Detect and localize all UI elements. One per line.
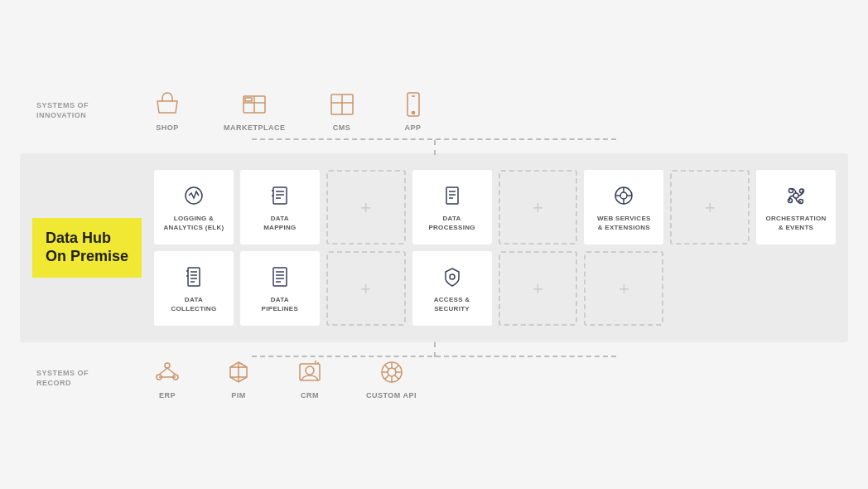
innovation-icons: SHOP MARKETPLACE — [152, 90, 428, 132]
data-collecting-card: DATACOLLECTING — [154, 251, 234, 326]
access-security-label: ACCESS &SECURITY — [434, 295, 470, 313]
data-collecting-icon — [182, 265, 205, 288]
data-mapping-icon — [268, 184, 292, 207]
plus-icon-2: + — [533, 197, 543, 219]
crm-item: CRM — [295, 357, 325, 399]
data-pipelines-card: DATAPIPELINES — [240, 251, 320, 326]
plus-icon-6: + — [619, 278, 629, 300]
svg-point-45 — [165, 363, 170, 368]
app-label: APP — [404, 123, 421, 132]
data-pipelines-icon — [268, 265, 292, 288]
svg-point-10 — [186, 187, 202, 204]
svg-point-27 — [793, 193, 798, 198]
systems-of-innovation: SYSTEMS OFINNOVATION SHOP — [20, 90, 848, 132]
data-processing-card: DATAPROCESSING — [412, 170, 492, 244]
cards-grid: LOGGING &ANALYTICS (ELK) DATAMAPPING — [154, 170, 836, 326]
orchestration-label: ORCHESTRATION& EVENTS — [766, 214, 827, 232]
svg-rect-11 — [273, 187, 287, 204]
erp-icon — [152, 357, 182, 387]
orchestration-icon — [784, 184, 808, 207]
svg-line-63 — [394, 366, 398, 370]
web-services-icon — [612, 184, 635, 207]
plus-icon-1: + — [360, 197, 371, 219]
plus-icon-5: + — [533, 278, 543, 300]
data-processing-label: DATAPROCESSING — [428, 214, 475, 232]
pim-icon — [224, 357, 253, 387]
record-icons: ERP PIM — [152, 357, 417, 399]
app-item: APP — [398, 90, 428, 132]
shop-label: SHOP — [156, 123, 179, 132]
erp-label: ERP — [159, 391, 176, 399]
crm-icon — [295, 357, 325, 387]
logging-label: LOGGING &ANALYTICS (ELK) — [163, 214, 224, 232]
svg-line-62 — [394, 375, 398, 380]
svg-rect-39 — [273, 268, 287, 286]
logging-icon — [182, 184, 205, 207]
marketplace-label: MARKETPLACE — [224, 123, 286, 132]
pim-label: PIM — [231, 391, 246, 399]
app-icon — [398, 90, 428, 119]
access-security-icon — [441, 265, 464, 288]
pim-item: PIM — [224, 357, 253, 399]
plus-card-4[interactable]: + — [326, 251, 406, 326]
custom-api-item: CUSTOM API — [366, 357, 417, 399]
orchestration-card: ORCHESTRATION& EVENTS — [756, 170, 836, 244]
data-mapping-card: DATAMAPPING — [240, 170, 320, 244]
hub-section: Data HubOn Premise LOGGING &ANALYTICS (E… — [20, 153, 848, 342]
cms-item: CMS — [327, 90, 357, 132]
erp-item: ERP — [152, 357, 182, 399]
data-pipelines-label: DATAPIPELINES — [262, 295, 299, 313]
svg-point-22 — [620, 192, 627, 199]
svg-line-64 — [384, 375, 388, 380]
plus-icon-3: + — [705, 197, 716, 219]
plus-card-2[interactable]: + — [499, 170, 578, 244]
data-processing-icon — [441, 184, 464, 207]
systems-record-label: SYSTEMS OFRECORD — [36, 369, 103, 388]
shop-item: SHOP — [152, 90, 182, 132]
plus-icon-4: + — [360, 278, 371, 300]
custom-api-label: CUSTOM API — [366, 391, 417, 399]
svg-point-9 — [412, 112, 414, 114]
crm-label: CRM — [301, 391, 319, 399]
marketplace-item: MARKETPLACE — [224, 90, 286, 132]
diagram: SYSTEMS OFINNOVATION SHOP — [20, 90, 848, 399]
svg-rect-17 — [446, 187, 458, 204]
cms-icon — [327, 90, 357, 119]
svg-point-28 — [789, 188, 793, 192]
logging-card: LOGGING &ANALYTICS (ELK) — [154, 170, 234, 244]
systems-of-record: SYSTEMS OFRECORD ERP — [20, 357, 848, 399]
svg-line-61 — [384, 366, 388, 370]
data-mapping-label: DATAMAPPING — [263, 214, 296, 232]
plus-card-6[interactable]: + — [584, 251, 663, 326]
shop-icon — [152, 90, 182, 119]
data-hub-label: Data HubOn Premise — [32, 218, 142, 277]
svg-line-48 — [159, 368, 167, 375]
marketplace-icon — [239, 90, 269, 119]
svg-point-52 — [306, 366, 314, 375]
plus-card-5[interactable]: + — [499, 251, 578, 326]
svg-line-49 — [167, 368, 176, 375]
plus-card-3[interactable]: + — [670, 170, 750, 244]
cms-label: CMS — [333, 123, 351, 132]
plus-card-1[interactable]: + — [326, 170, 406, 244]
data-collecting-label: DATACOLLECTING — [171, 295, 216, 313]
access-security-card: ACCESS &SECURITY — [412, 251, 492, 326]
svg-rect-3 — [245, 98, 252, 101]
web-services-card: WEB SERVICES& EXTENSIONS — [584, 170, 663, 244]
custom-api-icon — [377, 357, 407, 387]
svg-rect-32 — [188, 268, 200, 286]
web-services-label: WEB SERVICES& EXTENSIONS — [597, 214, 651, 232]
svg-point-44 — [450, 274, 455, 279]
systems-innovation-label: SYSTEMS OFINNOVATION — [36, 101, 103, 120]
